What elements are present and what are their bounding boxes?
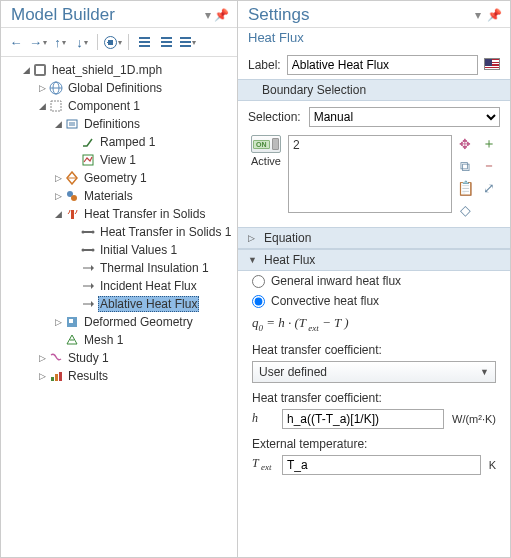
expand-icon[interactable]: ◢ (21, 65, 32, 75)
h-input[interactable] (282, 409, 444, 429)
collapse-icon[interactable]: ▼ (248, 255, 258, 265)
expand-icon[interactable]: ▷ (37, 83, 48, 93)
pin-icon[interactable]: 📌 (487, 8, 502, 22)
tree-label[interactable]: Materials (82, 188, 135, 204)
section-heat-flux[interactable]: ▼ Heat Flux (238, 249, 510, 271)
heat-physics-icon (64, 206, 80, 222)
tree-study[interactable]: ▷ Study 1 (5, 349, 235, 367)
tree-label[interactable]: Thermal Insulation 1 (98, 260, 211, 276)
section-title: Boundary Selection (262, 83, 366, 97)
tree-global-definitions[interactable]: ▷ Global Definitions (5, 79, 235, 97)
selection-list[interactable]: 2 (288, 135, 452, 213)
htc2-label: Heat transfer coefficient: (238, 385, 510, 407)
expand-icon[interactable]: ▷ (53, 191, 64, 201)
settings-subtitle: Heat Flux (238, 28, 510, 51)
tree-ramped[interactable]: Ramped 1 (5, 133, 235, 151)
tree-component[interactable]: ◢ Component 1 (5, 97, 235, 115)
zoom-selection-icon[interactable]: ✥ (456, 135, 474, 153)
tree-label[interactable]: Heat Transfer in Solids (82, 206, 207, 222)
tree-label[interactable]: heat_shield_1D.mph (50, 62, 164, 78)
expand-icon[interactable]: ▷ (53, 317, 64, 327)
active-toggle[interactable]: ON (251, 135, 281, 153)
radio-general-inward[interactable] (252, 275, 265, 288)
tree-geometry[interactable]: ▷ Geometry 1 (5, 169, 235, 187)
htc-type-select[interactable]: User defined ▼ (252, 361, 496, 383)
up-button[interactable]: ↑ (51, 32, 69, 52)
tree-label[interactable]: Geometry 1 (82, 170, 149, 186)
tree-mesh[interactable]: Mesh 1 (5, 331, 235, 349)
radio-label: Convective heat flux (271, 294, 379, 308)
tree-root[interactable]: ◢ heat_shield_1D.mph (5, 61, 235, 79)
show-button[interactable] (104, 32, 122, 52)
tree-label[interactable]: Study 1 (66, 350, 111, 366)
tree-ablative-heat-flux[interactable]: Ablative Heat Flux (5, 295, 235, 313)
expand-icon[interactable]: ◢ (53, 209, 64, 219)
tree-thermal-insulation[interactable]: Thermal Insulation 1 (5, 259, 235, 277)
pin-icon[interactable]: ▾ 📌 (205, 8, 229, 22)
chevron-down-icon[interactable]: ▾ (475, 8, 481, 22)
tree-label[interactable]: View 1 (98, 152, 138, 168)
tree-materials[interactable]: ▷ Materials (5, 187, 235, 205)
tree-label[interactable]: Deformed Geometry (82, 314, 195, 330)
radio-convective[interactable] (252, 295, 265, 308)
radio-label: General inward heat flux (271, 274, 401, 288)
h-unit: W/(m²·K) (452, 413, 496, 425)
label-input[interactable] (287, 55, 478, 75)
tree-heat-transfer[interactable]: ◢ Heat Transfer in Solids (5, 205, 235, 223)
tree-label[interactable]: Results (66, 368, 110, 384)
locale-flag-icon[interactable] (484, 58, 500, 73)
down-button[interactable]: ↓ (73, 32, 91, 52)
ramp-icon (80, 134, 96, 150)
tree-ht-solids[interactable]: Heat Transfer in Solids 1 (5, 223, 235, 241)
expand-button[interactable] (157, 32, 175, 52)
add-icon[interactable]: ＋ (480, 135, 498, 153)
expand-icon[interactable]: ▷ (37, 353, 48, 363)
active-label: Active (251, 155, 281, 167)
section-boundary-selection[interactable]: Boundary Selection (238, 79, 510, 101)
h-symbol: h (252, 411, 274, 426)
feature-icon (80, 224, 96, 240)
text-input[interactable] (282, 455, 481, 475)
tree-label[interactable]: Global Definitions (66, 80, 164, 96)
section-title: Equation (264, 231, 311, 245)
copy-icon[interactable]: ⧉ (456, 157, 474, 175)
paste-icon[interactable]: 📋 (456, 179, 474, 197)
tree-label[interactable]: Incident Heat Flux (98, 278, 199, 294)
expand-icon[interactable]: ▷ (248, 233, 258, 243)
collapse-button[interactable] (135, 32, 153, 52)
study-icon (48, 350, 64, 366)
forward-button[interactable]: → (29, 32, 47, 52)
deformed-icon (64, 314, 80, 330)
globe-icon (48, 80, 64, 96)
list-button[interactable] (179, 32, 197, 52)
tree-view[interactable]: View 1 (5, 151, 235, 169)
tree-results[interactable]: ▷ Results (5, 367, 235, 385)
tree-initial-values[interactable]: Initial Values 1 (5, 241, 235, 259)
tree-label[interactable]: Heat Transfer in Solids 1 (98, 224, 233, 240)
tree-label[interactable]: Ramped 1 (98, 134, 157, 150)
tree-label[interactable]: Component 1 (66, 98, 142, 114)
section-equation[interactable]: ▷ Equation (238, 227, 510, 249)
component-icon (48, 98, 64, 114)
model-file-icon (32, 62, 48, 78)
expand-selection-icon[interactable]: ⤢ (480, 179, 498, 197)
selection-dropdown[interactable]: Manual (309, 107, 500, 127)
expand-icon[interactable]: ◢ (37, 101, 48, 111)
tree-label[interactable]: Definitions (82, 116, 142, 132)
expand-icon[interactable]: ▷ (37, 371, 48, 381)
tree-deformed-geometry[interactable]: ▷ Deformed Geometry (5, 313, 235, 331)
model-tree[interactable]: ◢ heat_shield_1D.mph ▷ Global Definition… (1, 57, 237, 557)
tree-label[interactable]: Initial Values 1 (98, 242, 179, 258)
expand-icon[interactable]: ▷ (53, 173, 64, 183)
tree-label[interactable]: Mesh 1 (82, 332, 125, 348)
svg-rect-32 (59, 372, 62, 381)
back-button[interactable]: ← (7, 32, 25, 52)
list-item[interactable]: 2 (293, 138, 447, 152)
expand-icon[interactable]: ◢ (53, 119, 64, 129)
clear-icon[interactable]: ◇ (456, 201, 474, 219)
section-title: Heat Flux (264, 253, 315, 267)
tree-label[interactable]: Ablative Heat Flux (98, 296, 199, 312)
remove-icon[interactable]: － (480, 157, 498, 175)
tree-definitions[interactable]: ◢ Definitions (5, 115, 235, 133)
tree-incident-heat-flux[interactable]: Incident Heat Flux (5, 277, 235, 295)
